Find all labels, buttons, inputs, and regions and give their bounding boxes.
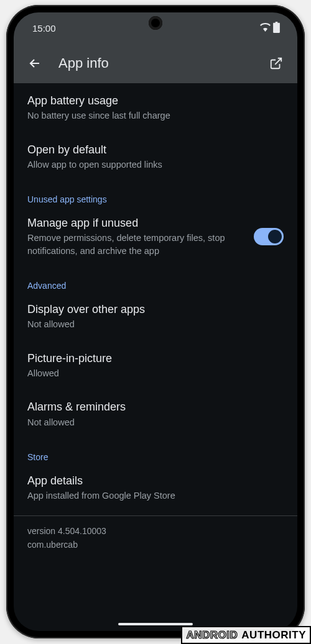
item-title: Display over other apps xyxy=(27,302,284,317)
nav-pill xyxy=(118,623,193,625)
back-button[interactable] xyxy=(22,51,47,76)
item-subtitle: Allowed xyxy=(27,367,284,379)
open-external-button[interactable] xyxy=(264,51,289,76)
section-store: Store xyxy=(14,438,297,463)
version-text: version 4.504.10003 xyxy=(27,525,284,538)
phone-frame: 15:00 App info App battery xyxy=(6,5,305,638)
item-title: Alarms & reminders xyxy=(27,399,284,414)
page-title: App info xyxy=(58,55,253,71)
item-title: Picture-in-picture xyxy=(27,351,284,366)
item-title: App battery usage xyxy=(27,93,284,108)
app-details-item[interactable]: App details App installed from Google Pl… xyxy=(14,463,297,512)
item-title: Manage app if unused xyxy=(27,215,245,230)
picture-in-picture-item[interactable]: Picture-in-picture Allowed xyxy=(14,341,297,390)
watermark-text-b: AUTHORITY xyxy=(241,629,306,642)
item-subtitle: App installed from Google Play Store xyxy=(27,489,284,502)
watermark-text-a: ANDROID xyxy=(186,629,238,642)
item-subtitle: Remove permissions, delete temporary fil… xyxy=(27,232,245,257)
manage-if-unused-toggle[interactable] xyxy=(254,228,284,245)
alarms-reminders-item[interactable]: Alarms & reminders Not allowed xyxy=(14,389,297,438)
item-subtitle: Not allowed xyxy=(27,416,284,429)
front-camera xyxy=(149,16,162,30)
item-subtitle: Allow app to open supported links xyxy=(27,158,284,171)
item-title: Open by default xyxy=(27,142,284,157)
app-meta: version 4.504.10003 com.ubercab xyxy=(14,516,297,560)
section-advanced: Advanced xyxy=(14,267,297,292)
open-by-default-item[interactable]: Open by default Allow app to open suppor… xyxy=(14,132,297,181)
item-title: App details xyxy=(27,473,284,488)
app-battery-usage-item[interactable]: App battery usage No battery use since l… xyxy=(14,83,297,132)
section-unused-app-settings: Unused app settings xyxy=(14,181,297,206)
clock: 15:00 xyxy=(32,23,56,34)
watermark: ANDROID AUTHORITY xyxy=(181,626,311,644)
screen: 15:00 App info App battery xyxy=(14,12,297,631)
item-subtitle: No battery use since last full charge xyxy=(27,109,284,122)
package-text: com.ubercab xyxy=(27,538,284,552)
battery-icon xyxy=(273,22,280,35)
display-over-apps-item[interactable]: Display over other apps Not allowed xyxy=(14,292,297,341)
app-bar: App info xyxy=(14,43,297,83)
settings-list: App battery usage No battery use since l… xyxy=(14,83,297,617)
item-subtitle: Not allowed xyxy=(27,318,284,330)
wifi-icon xyxy=(260,23,271,34)
manage-if-unused-item[interactable]: Manage app if unused Remove permissions,… xyxy=(14,206,297,267)
